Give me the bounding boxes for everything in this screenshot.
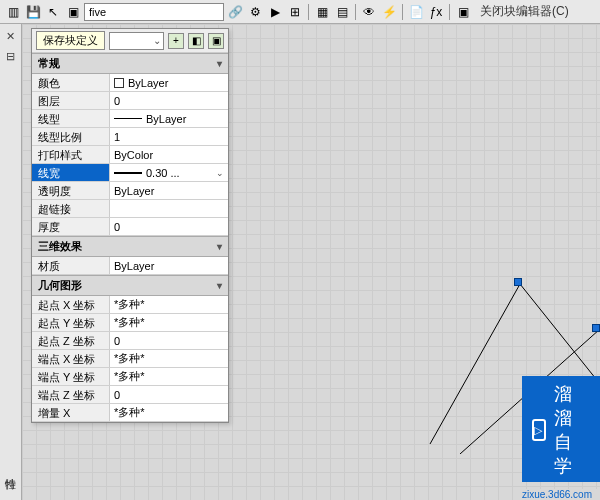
fx-icon[interactable]: ƒx [427,3,445,21]
close-editor-icon[interactable]: ▣ [454,3,472,21]
collapse-icon[interactable]: ▾ [217,280,222,291]
save-block-tooltip: 保存块定义 [36,31,105,50]
row-startx[interactable]: 起点 X 坐标 *多种* [32,296,228,314]
chevron-down-icon[interactable]: ⌄ [216,168,224,178]
properties-panel: 保存块定义 ⌄ + ◧ ▣ 常规 ▾ 颜色 ByLayer 图层 0 线型 By [31,28,229,423]
rail-close-icon[interactable]: ✕ [3,28,19,44]
section-visual3d-title: 三维效果 [38,239,82,254]
row-ltscale[interactable]: 线型比例 1 [32,128,228,146]
constraint-icon[interactable]: ⊞ [286,3,304,21]
color-swatch-icon [114,78,124,88]
close-editor-label[interactable]: 关闭块编辑器(C) [480,3,569,20]
row-plotstyle[interactable]: 打印样式 ByColor [32,146,228,164]
watermark-text: 溜溜自学 [554,382,586,478]
grid-icon[interactable]: ▤ [333,3,351,21]
collapse-icon[interactable]: ▾ [217,241,222,252]
chevron-down-icon: ⌄ [153,35,161,46]
row-thickness[interactable]: 厚度 0 [32,218,228,236]
section-visual3d[interactable]: 三维效果 ▾ [32,236,228,257]
row-lineweight[interactable]: 线宽 0.30 ...⌄ [32,164,228,182]
row-startz[interactable]: 起点 Z 坐标 0 [32,332,228,350]
section-geometry[interactable]: 几何图形 ▾ [32,275,228,296]
row-deltax[interactable]: 增量 X *多种* [32,404,228,422]
drawing-canvas[interactable]: 保存块定义 ⌄ + ◧ ▣ 常规 ▾ 颜色 ByLayer 图层 0 线型 By [22,24,600,500]
param-icon[interactable]: ⚙ [246,3,264,21]
row-material[interactable]: 材质 ByLayer [32,257,228,275]
svg-line-0 [430,284,520,444]
vis-icon[interactable]: 👁 [360,3,378,21]
lineweight-sample-icon [114,172,142,174]
row-color[interactable]: 颜色 ByLayer [32,74,228,92]
section-geometry-title: 几何图形 [38,278,82,293]
selection-dropdown[interactable]: ⌄ [109,32,164,50]
cursor-icon[interactable]: ↖ [44,3,62,21]
linetype-sample-icon [114,118,142,119]
section-general-title: 常规 [38,56,60,71]
panel-header: 保存块定义 ⌄ + ◧ ▣ [32,29,228,53]
watermark-url: zixue.3d66.com [522,489,600,500]
row-endz[interactable]: 端点 Z 坐标 0 [32,386,228,404]
block-name-input[interactable] [84,3,224,21]
grip-handle[interactable] [592,324,600,332]
grip-handle[interactable] [514,278,522,286]
section-general[interactable]: 常规 ▾ [32,53,228,74]
row-endx[interactable]: 端点 X 坐标 *多种* [32,350,228,368]
rail-pin-icon[interactable]: ⊟ [3,48,19,64]
collapse-icon[interactable]: ▾ [217,58,222,69]
attach-icon[interactable]: 🔗 [226,3,244,21]
action-icon[interactable]: ▶ [266,3,284,21]
block-icon[interactable]: ▣ [64,3,82,21]
left-tool-rail: ✕ ⊟ 特性 [0,24,22,500]
row-linetype[interactable]: 线型 ByLayer [32,110,228,128]
doc-icon[interactable]: 📄 [407,3,425,21]
open-block-icon[interactable]: ▥ [4,3,22,21]
block-editor-toolbar: ▥ 💾 ↖ ▣ 🔗 ⚙ ▶ ⊞ ▦ ▤ 👁 ⚡ 📄 ƒx ▣ 关闭块编辑器(C) [0,0,600,24]
lightning-icon[interactable]: ⚡ [380,3,398,21]
watermark: ▷ 溜溜自学 zixue.3d66.com [522,489,600,500]
row-transparency[interactable]: 透明度 ByLayer [32,182,228,200]
toggle-pickstyle-icon[interactable]: ▣ [208,33,224,49]
quick-select-icon[interactable]: + [168,33,184,49]
play-icon: ▷ [532,419,546,441]
row-layer[interactable]: 图层 0 [32,92,228,110]
svg-line-1 [520,284,600,384]
save-block-icon[interactable]: 💾 [24,3,42,21]
row-starty[interactable]: 起点 Y 坐标 *多种* [32,314,228,332]
row-endy[interactable]: 端点 Y 坐标 *多种* [32,368,228,386]
table-icon[interactable]: ▦ [313,3,331,21]
row-hyperlink[interactable]: 超链接 [32,200,228,218]
select-objects-icon[interactable]: ◧ [188,33,204,49]
